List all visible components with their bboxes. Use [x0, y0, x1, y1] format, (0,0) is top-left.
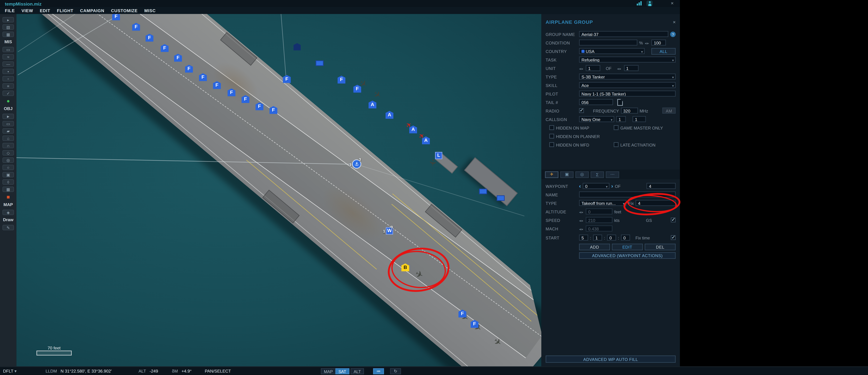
condition-input[interactable]: [579, 39, 638, 46]
weather-tool[interactable]: ≈: [2, 54, 14, 59]
map-viewport[interactable]: 70 feet ✈✈✈✈✈✈✈✈✈FFFFFFFFFFFFF1FFFFAAAAL…: [17, 14, 541, 367]
add-ship-tool[interactable]: ▰: [2, 128, 14, 133]
summary-tab[interactable]: Σ: [591, 171, 604, 178]
callsign-dropdown[interactable]: Navy One: [579, 116, 614, 122]
unit-list-tool[interactable]: ▪: [2, 68, 14, 74]
add-airplane-tool[interactable]: ►: [2, 113, 14, 119]
static-objects-tool[interactable]: ■: [2, 194, 14, 200]
waypoint-prev-icon[interactable]: [579, 183, 581, 189]
unit-f-13[interactable]: F1: [283, 75, 291, 83]
refresh-icon[interactable]: ↻: [390, 368, 401, 374]
static-unit-2[interactable]: [316, 60, 323, 66]
advanced-waypoint-actions-button[interactable]: ADVANCED (WAYPOINT ACTIONS): [579, 252, 676, 259]
triggers-tool[interactable]: ▫: [2, 76, 14, 81]
network-signal-icon[interactable]: [637, 1, 642, 5]
condition-value-input[interactable]: 100: [651, 39, 666, 46]
fix-time-checkbox[interactable]: [671, 235, 676, 240]
waypoint-total-input[interactable]: 4: [647, 183, 676, 189]
add-helicopter-tool[interactable]: ▭: [2, 121, 14, 126]
draw-tool[interactable]: ✎: [2, 224, 14, 230]
advanced-wp-auto-fill-button[interactable]: ADVANCED WP AUTO FILL: [546, 355, 676, 363]
menu-misc[interactable]: MISC: [144, 8, 156, 12]
tail-number-input[interactable]: 056: [579, 99, 613, 105]
unit-f-1[interactable]: F: [112, 14, 120, 21]
menu-customize[interactable]: CUSTOMIZE: [111, 8, 137, 12]
altitude-stepper-icon[interactable]: [579, 209, 584, 214]
briefing-globe-tool[interactable]: ●: [2, 98, 14, 104]
task-dropdown[interactable]: Refueling: [579, 57, 676, 63]
callsign-flight-input[interactable]: 1: [616, 116, 626, 122]
menu-flight[interactable]: FLIGHT: [57, 8, 73, 12]
menu-campaign[interactable]: CAMPAIGN: [80, 8, 104, 12]
static-unit-1[interactable]: [293, 43, 301, 51]
unit-a-2[interactable]: A: [385, 111, 394, 119]
menu-file[interactable]: FILE: [5, 8, 15, 12]
payload-tab[interactable]: ▣: [560, 171, 574, 178]
unit-w[interactable]: W10: [386, 227, 393, 235]
add-group-tool[interactable]: ◊: [2, 179, 14, 185]
unit-a-1[interactable]: A: [369, 100, 376, 108]
add-farp-tool[interactable]: ▣: [2, 172, 14, 177]
unit-count-input[interactable]: 1: [586, 65, 600, 71]
routes-tool[interactable]: —: [2, 61, 14, 67]
unit-total-input[interactable]: 1: [624, 65, 638, 71]
paste-icon[interactable]: [617, 99, 623, 105]
profile-selector[interactable]: DFLT ▾: [3, 369, 17, 374]
menu-edit[interactable]: EDIT: [40, 8, 50, 12]
waypoint-add-button[interactable]: ADD: [579, 243, 610, 250]
country-dropdown[interactable]: USA: [579, 48, 645, 54]
aircraft-options-tab[interactable]: ◎: [576, 171, 589, 178]
add-static-tool[interactable]: ∩: [2, 143, 14, 148]
all-countries-button[interactable]: ALL: [651, 48, 676, 55]
more-tab[interactable]: ⋯: [606, 171, 619, 178]
map-layers-tool[interactable]: ◈: [2, 209, 14, 215]
start-hours-input[interactable]: 1: [593, 235, 602, 241]
hidden-on-mfd-checkbox[interactable]: [549, 142, 554, 147]
pilot-input[interactable]: Navy 1-1 (S-3B Tanker): [579, 91, 676, 97]
filters-icon[interactable]: ≔: [373, 368, 384, 374]
add-objects-tool[interactable]: ▦: [2, 186, 14, 192]
goals-tool[interactable]: ✓: [2, 90, 14, 96]
frequency-input[interactable]: 320: [621, 107, 638, 114]
hidden-on-map-checkbox[interactable]: [549, 125, 554, 130]
add-template-tool[interactable]: ◇: [2, 150, 14, 155]
skill-dropdown[interactable]: Ace: [579, 82, 676, 88]
aircraft-type-dropdown[interactable]: S-3B Tanker: [579, 73, 676, 80]
late-activation-checkbox[interactable]: [614, 142, 619, 147]
waypoint-del-button[interactable]: DEL: [645, 243, 676, 250]
radio-checkbox[interactable]: [579, 108, 584, 113]
unit-total-stepper-icon[interactable]: [617, 66, 622, 70]
static-unit-4[interactable]: [497, 195, 505, 201]
add-zone-tool[interactable]: ◎: [2, 157, 14, 163]
menu-view[interactable]: VIEW: [22, 8, 33, 12]
sat-layer-button[interactable]: SAT: [335, 368, 349, 374]
am-modulation-button[interactable]: AM: [662, 107, 676, 114]
select-tool[interactable]: ▸: [2, 17, 14, 22]
group-name-input[interactable]: Aerial-37: [579, 31, 669, 37]
panel-close-icon[interactable]: ×: [673, 19, 676, 25]
unit-f-14[interactable]: F: [338, 76, 345, 84]
alt-layer-button[interactable]: ALT: [351, 368, 364, 374]
rules-tool[interactable]: ≡: [2, 83, 14, 89]
add-vehicle-tool[interactable]: ⌂: [2, 135, 14, 141]
condition-stepper-icon[interactable]: [645, 40, 650, 45]
carrier-unit[interactable]: ⚓13: [352, 160, 361, 169]
save-mission-tool[interactable]: ▦: [2, 31, 14, 37]
unit-l[interactable]: L: [435, 152, 442, 159]
unit-count-stepper-icon[interactable]: [579, 66, 584, 70]
gs-checkbox[interactable]: [671, 218, 676, 222]
mach-stepper-icon[interactable]: [579, 226, 584, 231]
help-icon[interactable]: ?: [670, 31, 676, 37]
map-layer-button[interactable]: MAP: [321, 368, 336, 374]
start-minutes-input[interactable]: 0: [607, 235, 616, 241]
window-close-icon[interactable]: ×: [671, 1, 674, 6]
waypoint-index-dropdown[interactable]: 0: [583, 183, 610, 189]
open-mission-tool[interactable]: ▤: [2, 24, 14, 30]
game-master-only-checkbox[interactable]: [614, 125, 619, 130]
altitude-input[interactable]: 0: [586, 209, 613, 215]
mach-input[interactable]: 0.438: [586, 225, 613, 231]
speed-input[interactable]: 210: [586, 217, 613, 223]
waypoint-type-dropdown[interactable]: Takeoff from run...: [579, 200, 626, 206]
start-seconds-input[interactable]: 0: [621, 235, 630, 241]
player-icon[interactable]: [647, 1, 653, 6]
